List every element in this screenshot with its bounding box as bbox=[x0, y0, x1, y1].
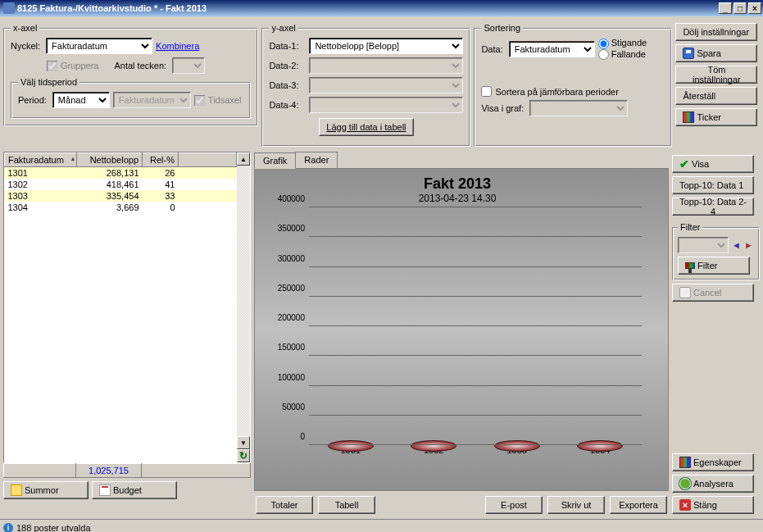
data-table-pane: Fakturadatum▴ Nettobelopp Rel-% 1301268,… bbox=[3, 152, 251, 514]
info-icon: i bbox=[3, 523, 13, 533]
close-button[interactable]: × bbox=[748, 2, 761, 14]
check-icon: ✔ bbox=[679, 159, 689, 169]
col-fakturadatum[interactable]: Fakturadatum▴ bbox=[5, 153, 77, 167]
y-tick: 150000 bbox=[268, 343, 305, 352]
filter-select[interactable] bbox=[678, 237, 729, 253]
window-title: 8125 Faktura-/Kvittoarkivstudio * - Fakt… bbox=[17, 3, 207, 13]
y-tick: 100000 bbox=[268, 372, 305, 381]
sort-data-select[interactable]: Fakturadatum bbox=[509, 41, 595, 57]
chart-area: Fakt 2013 2013-04-23 14.30 0500001000001… bbox=[254, 169, 669, 491]
sum-icon bbox=[11, 484, 22, 496]
scroll-down-icon[interactable]: ▼ bbox=[237, 436, 250, 449]
filter-next-icon[interactable]: ► bbox=[744, 240, 753, 250]
data4-select[interactable] bbox=[309, 97, 463, 113]
data1-select[interactable]: Nettobelopp [Belopp] bbox=[309, 38, 463, 54]
add-data-button[interactable]: Lägg till data i tabell bbox=[319, 118, 413, 136]
top10-data1-button[interactable]: Topp-10: Data 1 bbox=[672, 176, 754, 194]
y-tick: 250000 bbox=[268, 283, 305, 292]
table-scrollbar[interactable]: ▲ ▼ ↻ bbox=[237, 152, 250, 462]
period-select[interactable]: Månad bbox=[52, 92, 110, 108]
x-axis-group: x-axel Nyckel: Fakturadatum Kombinera Gr… bbox=[3, 23, 258, 126]
show-graph-select[interactable] bbox=[529, 100, 628, 116]
export-button[interactable]: Exportera bbox=[610, 496, 667, 514]
budget-icon bbox=[99, 484, 111, 496]
status-bar: i 188 poster utvalda bbox=[0, 519, 763, 532]
right-toolbar: Dölj inställningar Spara Töm inställning… bbox=[675, 23, 760, 147]
chart-pane: Grafik Rader Fakt 2013 2013-04-23 14.30 … bbox=[254, 152, 669, 514]
minimize-button[interactable]: _ bbox=[719, 2, 732, 14]
filter-group: Filter ◄ ► Filter bbox=[672, 222, 760, 280]
compare-check[interactable] bbox=[481, 86, 492, 97]
y-tick: 50000 bbox=[268, 402, 305, 411]
chart-title: Fakt 2013 bbox=[270, 175, 645, 193]
properties-button[interactable]: Egenskaper bbox=[672, 453, 754, 471]
scroll-up-icon[interactable]: ▲ bbox=[237, 152, 250, 166]
group-check bbox=[47, 61, 57, 71]
window-title-bar: 8125 Faktura-/Kvittoarkivstudio * - Fakt… bbox=[0, 0, 763, 16]
ticker-icon bbox=[683, 111, 694, 123]
y-tick: 200000 bbox=[268, 313, 305, 322]
data3-select[interactable] bbox=[309, 77, 463, 93]
timeaxis-check bbox=[194, 95, 205, 106]
save-button[interactable]: Spara bbox=[675, 44, 757, 62]
combine-link[interactable]: Kombinera bbox=[156, 41, 199, 51]
analyze-button[interactable]: Analysera bbox=[672, 475, 754, 493]
cancel-icon bbox=[679, 287, 691, 298]
chart-subtitle: 2013-04-23 14.30 bbox=[270, 193, 645, 204]
tabell-button[interactable]: Tabell bbox=[318, 496, 375, 514]
period-group: Välj tidsperiod Period: Månad Fakturadat… bbox=[11, 77, 251, 119]
analyze-icon bbox=[679, 478, 691, 489]
key-select[interactable]: Fakturadatum bbox=[46, 38, 152, 54]
period-field: Fakturadatum bbox=[113, 92, 191, 108]
filter-button[interactable]: Filter bbox=[678, 257, 750, 275]
top10-data24-button[interactable]: Topp-10: Data 2-4 bbox=[672, 198, 754, 216]
data2-select[interactable] bbox=[309, 57, 463, 74]
budget-button[interactable]: Budget bbox=[92, 481, 177, 499]
ticker-button[interactable]: Ticker bbox=[675, 108, 757, 126]
data-table: Fakturadatum▴ Nettobelopp Rel-% 1301268,… bbox=[4, 152, 237, 213]
col-nettobelopp[interactable]: Nettobelopp bbox=[77, 153, 143, 167]
reset-button[interactable]: Återställ bbox=[675, 87, 757, 105]
visa-button[interactable]: ✔Visa bbox=[672, 155, 754, 173]
app-icon bbox=[3, 2, 15, 14]
table-row[interactable]: 13043,6690 bbox=[5, 202, 237, 213]
recalc-icon[interactable]: ↻ bbox=[237, 449, 250, 462]
col-rel[interactable]: Rel-% bbox=[143, 153, 179, 167]
status-text: 188 poster utvalda bbox=[16, 523, 91, 533]
save-icon bbox=[683, 48, 694, 59]
summor-button[interactable]: Summor bbox=[3, 481, 89, 499]
properties-icon bbox=[679, 457, 691, 468]
tab-grafik[interactable]: Grafik bbox=[254, 152, 296, 169]
sort-group: Sortering Data: Fakturadatum Stigande Fa… bbox=[474, 23, 672, 147]
cancel-button: Cancel bbox=[672, 284, 754, 302]
y-tick: 400000 bbox=[268, 194, 305, 203]
table-row[interactable]: 1302418,46141 bbox=[5, 179, 237, 190]
y-axis-group: y-axel Data-1:Nettobelopp [Belopp] Data-… bbox=[261, 23, 470, 147]
clear-settings-button[interactable]: Töm inställningar bbox=[675, 66, 757, 84]
y-tick: 0 bbox=[268, 432, 305, 441]
print-button[interactable]: Skriv ut bbox=[547, 496, 605, 514]
filter-prev-icon[interactable]: ◄ bbox=[732, 240, 741, 250]
epost-button[interactable]: E-post bbox=[485, 496, 543, 514]
close-app-button[interactable]: ×Stäng bbox=[672, 496, 754, 514]
y-tick: 300000 bbox=[268, 253, 305, 262]
chars-select bbox=[172, 57, 205, 74]
total-value: 1,025,715 bbox=[76, 464, 142, 478]
y-tick: 350000 bbox=[268, 224, 305, 233]
maximize-button[interactable]: □ bbox=[733, 2, 747, 14]
sort-asc-radio[interactable] bbox=[598, 39, 609, 49]
table-row[interactable]: 1303335,45433 bbox=[5, 190, 237, 202]
sort-desc-radio[interactable] bbox=[598, 49, 609, 60]
hide-settings-button[interactable]: Dölj inställningar bbox=[675, 23, 757, 41]
close-icon: × bbox=[679, 499, 691, 511]
table-row[interactable]: 1301268,13126 bbox=[5, 167, 237, 180]
tab-rader[interactable]: Rader bbox=[295, 152, 338, 168]
filter-icon bbox=[685, 262, 695, 269]
totaler-button[interactable]: Totaler bbox=[256, 496, 313, 514]
